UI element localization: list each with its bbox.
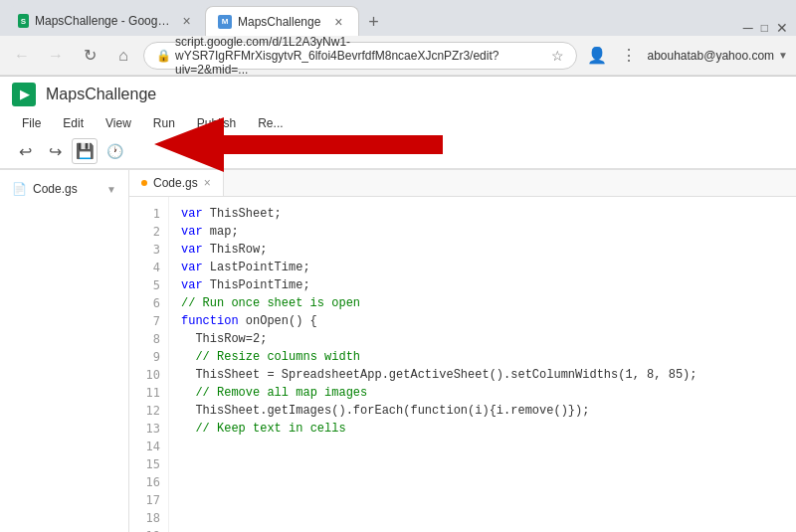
app-icon: ▶ bbox=[12, 83, 36, 106]
tab-bar: S MapsChallenge - Google Sheets × M Maps… bbox=[0, 0, 796, 36]
lock-icon: 🔒 bbox=[156, 49, 171, 63]
menu-run[interactable]: Run bbox=[143, 112, 185, 134]
tab2-label: MapsChallenge bbox=[238, 15, 320, 29]
home-icon: ⌂ bbox=[118, 47, 128, 65]
line-num-12: 12 bbox=[129, 402, 168, 420]
nav-right: 👤 ⋮ abouhatab@yahoo.com ▼ bbox=[583, 42, 788, 70]
app-header: ▶ MapsChallenge File Edit View Run Publi… bbox=[0, 77, 796, 170]
line-num-18: 18 bbox=[129, 509, 168, 527]
code-line-11: // Run once sheet is open bbox=[181, 294, 784, 312]
line-num-2: 2 bbox=[129, 223, 168, 241]
line-num-16: 16 bbox=[129, 473, 168, 491]
save-icon: 💾 bbox=[76, 142, 95, 160]
tab1-label: MapsChallenge - Google Sheets bbox=[35, 14, 170, 28]
line-num-17: 17 bbox=[129, 491, 168, 509]
menu-file[interactable]: File bbox=[12, 112, 51, 134]
editor-tabs: Code.gs × bbox=[129, 170, 796, 197]
script-favicon: M bbox=[218, 15, 232, 29]
code-line-21: // Remove all map images bbox=[181, 384, 784, 402]
redo-button[interactable]: ↪ bbox=[42, 138, 68, 164]
bookmark-icon[interactable]: ☆ bbox=[551, 48, 564, 64]
menu-bar: File Edit View Run Publish Re... bbox=[0, 112, 796, 134]
refresh-icon: ↻ bbox=[84, 46, 97, 65]
tab1-close-button[interactable]: × bbox=[180, 13, 193, 29]
file-tree: 📄 Code.gs ▼ bbox=[0, 170, 129, 532]
menu-resources[interactable]: Re... bbox=[248, 112, 293, 134]
code-line-7: var LastPointTime; bbox=[181, 259, 784, 276]
line-num-19: 19 bbox=[129, 527, 168, 532]
editor-tab-code-gs[interactable]: Code.gs × bbox=[129, 170, 224, 196]
clock-button[interactable]: 🕐 bbox=[101, 138, 127, 164]
undo-button[interactable]: ↩ bbox=[12, 138, 38, 164]
code-line-5: var ThisRow; bbox=[181, 241, 784, 259]
tab2-close-button[interactable]: × bbox=[330, 14, 346, 30]
line-num-3: 3 bbox=[129, 241, 168, 259]
code-line-19: ThisSheet = SpreadsheetApp.getActiveShee… bbox=[181, 366, 784, 384]
editor-area: Code.gs × 1 2 3 4 5 6 7 8 9 bbox=[129, 170, 796, 532]
app-icon-label: ▶ bbox=[20, 88, 29, 101]
editor-tab-close-button[interactable]: × bbox=[204, 176, 211, 190]
tab-maps-challenge[interactable]: M MapsChallenge × bbox=[205, 6, 359, 36]
clock-icon: 🕐 bbox=[106, 143, 123, 159]
line-num-7: 7 bbox=[129, 312, 168, 330]
line-num-10: 10 bbox=[129, 366, 168, 384]
user-label: abouhatab@yahoo.com bbox=[647, 49, 774, 63]
minimize-button[interactable]: ─ bbox=[743, 20, 753, 36]
close-button[interactable]: ✕ bbox=[776, 20, 788, 36]
toolbar: ↩ ↪ 💾 🕐 bbox=[0, 134, 796, 169]
line-num-9: 9 bbox=[129, 348, 168, 366]
more-icon: ⋮ bbox=[621, 46, 637, 65]
code-line-1: var ThisSheet; bbox=[181, 205, 784, 223]
code-line-3: var map; bbox=[181, 223, 784, 241]
editor-tab-label: Code.gs bbox=[153, 176, 198, 190]
refresh-button[interactable]: ↻ bbox=[76, 42, 103, 70]
url-text: script.google.com/d/1L2A3yNw1-wYSR7IgRFM… bbox=[175, 35, 547, 77]
back-icon: ← bbox=[14, 47, 30, 65]
profile-icon: 👤 bbox=[587, 46, 607, 65]
save-button[interactable]: 💾 bbox=[72, 138, 98, 164]
file-chevron-icon: ▼ bbox=[106, 184, 116, 195]
maximize-button[interactable]: □ bbox=[761, 21, 768, 35]
new-tab-button[interactable]: + bbox=[359, 8, 387, 36]
address-bar[interactable]: 🔒 script.google.com/d/1L2A3yNw1-wYSR7IgR… bbox=[143, 42, 577, 70]
line-num-5: 5 bbox=[129, 276, 168, 294]
line-num-14: 14 bbox=[129, 438, 168, 455]
forward-icon: → bbox=[48, 47, 64, 65]
file-tree-item-code-gs[interactable]: 📄 Code.gs ▼ bbox=[0, 178, 128, 200]
profile-button[interactable]: 👤 bbox=[583, 42, 611, 70]
forward-button[interactable]: → bbox=[42, 42, 70, 70]
menu-publish[interactable]: Publish bbox=[187, 112, 246, 134]
line-num-11: 11 bbox=[129, 384, 168, 402]
line-num-13: 13 bbox=[129, 420, 168, 438]
undo-icon: ↩ bbox=[19, 142, 32, 161]
code-line-23: ThisSheet.getImages().forEach(function(i… bbox=[181, 402, 784, 420]
line-num-8: 8 bbox=[129, 330, 168, 348]
modified-indicator bbox=[141, 180, 147, 186]
app-title-bar: ▶ MapsChallenge bbox=[0, 77, 796, 112]
back-button[interactable]: ← bbox=[8, 42, 36, 70]
code-content[interactable]: var ThisSheet; var map; var ThisRow; var… bbox=[169, 197, 796, 532]
code-line-17: // Resize columns width bbox=[181, 348, 784, 366]
menu-edit[interactable]: Edit bbox=[53, 112, 94, 134]
code-line-9: var ThisPointTime; bbox=[181, 276, 784, 294]
home-button[interactable]: ⌂ bbox=[109, 42, 137, 70]
nav-bar: ← → ↻ ⌂ 🔒 script.google.com/d/1L2A3yNw1-… bbox=[0, 36, 796, 76]
code-line-15: ThisRow=2; bbox=[181, 330, 784, 348]
more-button[interactable]: ⋮ bbox=[615, 42, 643, 70]
sheets-favicon: S bbox=[18, 14, 29, 28]
app-title: MapsChallenge bbox=[46, 86, 156, 103]
line-numbers: 1 2 3 4 5 6 7 8 9 10 11 12 13 14 bbox=[129, 197, 169, 532]
code-line-13: function onOpen() { bbox=[181, 312, 784, 330]
line-num-4: 4 bbox=[129, 259, 168, 276]
code-line-25: // Keep text in cells bbox=[181, 420, 784, 438]
menu-view[interactable]: View bbox=[96, 112, 141, 134]
user-dropdown-icon[interactable]: ▼ bbox=[778, 50, 788, 61]
tab-google-sheets[interactable]: S MapsChallenge - Google Sheets × bbox=[6, 6, 205, 36]
line-num-1: 1 bbox=[129, 205, 168, 223]
line-num-6: 6 bbox=[129, 294, 168, 312]
line-num-15: 15 bbox=[129, 455, 168, 473]
code-container[interactable]: 1 2 3 4 5 6 7 8 9 10 11 12 13 14 bbox=[129, 197, 796, 532]
file-label: Code.gs bbox=[33, 182, 78, 196]
redo-icon: ↪ bbox=[49, 142, 62, 161]
app-container: ▶ MapsChallenge File Edit View Run Publi… bbox=[0, 77, 796, 532]
